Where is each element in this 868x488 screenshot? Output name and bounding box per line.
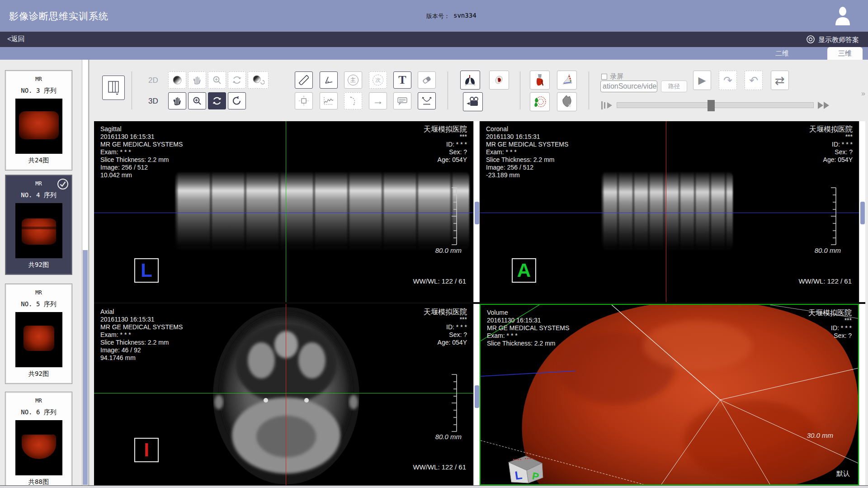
video-path-input[interactable]: ationSource/video — [600, 81, 657, 92]
secondary-roi-tool-button[interactable]: 次 — [369, 71, 387, 89]
series-card-5[interactable]: MR NO. 5 序列 共92图 — [5, 284, 72, 384]
vessel-4d-preset-button[interactable] — [530, 92, 550, 111]
slice-scrollbar-thumb[interactable] — [475, 385, 479, 408]
window-level-2d-button[interactable] — [168, 71, 186, 89]
pan-3d-button[interactable] — [168, 92, 186, 109]
render-preset-label[interactable]: 默认 — [836, 469, 850, 478]
series-name: NO. 6 序列 — [5, 404, 72, 417]
check-circle-icon — [57, 178, 69, 192]
series-name: NO. 5 序列 — [5, 296, 72, 308]
ruler-tool-button[interactable] — [295, 71, 313, 89]
reset-3d-button[interactable] — [228, 92, 246, 109]
sidebar-scrollbar[interactable] — [82, 60, 88, 485]
viewport-sagittal[interactable]: Sagittal 20161130 16:15:31 MR GE MEDICAL… — [94, 121, 473, 302]
series-card-6[interactable]: MR NO. 6 序列 共88图 — [5, 392, 72, 488]
curve-tool-button[interactable] — [344, 92, 362, 109]
toolbar-divider — [448, 71, 448, 109]
play-button[interactable]: ▶ — [693, 71, 711, 90]
orientation-cube[interactable]: L P — [502, 454, 552, 484]
slice-scrollbar-thumb[interactable] — [475, 202, 479, 224]
orientation-letter: L — [134, 258, 159, 283]
eye-icon — [806, 35, 815, 45]
heart-preset-button[interactable] — [489, 71, 509, 90]
orientation-letter: A — [512, 258, 536, 283]
back-button[interactable]: <返回 — [7, 35, 25, 43]
toolbar-more-chevron-icon[interactable]: » — [861, 90, 865, 98]
series-count: 共92图 — [5, 260, 72, 275]
spectrum-curve-button[interactable] — [418, 92, 436, 109]
axial-image — [211, 306, 362, 485]
version-label: 版本号： — [426, 12, 450, 20]
series-thumbnail — [15, 420, 62, 475]
slice-scrollbar-top[interactable] — [473, 121, 480, 302]
crosshair-vertical-red[interactable] — [286, 304, 286, 485]
nav-bar: <返回 显示教师答案 — [0, 32, 868, 47]
bottom-horizontal-scrollbar[interactable] — [0, 485, 868, 488]
eraser-tool-button[interactable] — [418, 71, 436, 89]
record-checkbox[interactable] — [601, 74, 607, 80]
slider-track[interactable] — [617, 102, 814, 108]
crosshair-horizontal-blue[interactable] — [480, 213, 859, 213]
zoom-3d-button[interactable] — [188, 92, 206, 109]
heart-3d-preset-button[interactable]: D — [557, 92, 577, 111]
show-teacher-answer-button[interactable]: 显示教师答案 — [806, 35, 859, 45]
overlay-top-right: 天堰模拟医院 *** ID: * * * Sex: ? Age: 054Y — [424, 308, 467, 346]
knee-preset-button[interactable] — [530, 71, 550, 90]
arrow-annotation-button[interactable]: → — [369, 92, 387, 109]
crosshair-horizontal-green[interactable] — [94, 393, 473, 393]
slow-step-icon[interactable] — [600, 99, 616, 111]
primary-roi-tool-button[interactable]: 主 — [344, 71, 362, 89]
sagittal-image — [175, 172, 469, 250]
overlay-top-right: 天堰模拟医院 *** ID: * * * Sex: ? Age: 054Y — [809, 125, 853, 164]
toolbar-divider — [520, 71, 520, 109]
lung-preset-button[interactable] — [460, 71, 480, 90]
path-button[interactable]: 路径 — [661, 81, 687, 92]
coronal-image — [602, 172, 733, 250]
record-screen-option[interactable]: 录屏 — [601, 72, 623, 81]
foot-preset-button[interactable] — [557, 71, 577, 90]
fast-forward-icon[interactable] — [816, 99, 833, 111]
rock-rotate-left-button[interactable]: ↶ — [745, 71, 763, 90]
pan-2d-button[interactable] — [188, 71, 206, 89]
angle-tool-button[interactable] — [320, 71, 338, 89]
viewport-coronal[interactable]: Coronal 20161130 16:15:31 MR GE MEDICAL … — [480, 121, 859, 302]
rotate-3d-button-active[interactable] — [208, 92, 226, 109]
tab-2d[interactable]: 二维 — [764, 47, 800, 60]
slice-scrollbar-right-bottom[interactable] — [859, 304, 865, 485]
scale-ruler — [449, 374, 459, 432]
series-card-4-selected[interactable]: MR NO. 4 序列 共92图 — [5, 175, 72, 275]
viewport-axial[interactable]: Axial 20161130 16:15:31 MR GE MEDICAL SY… — [94, 304, 473, 485]
wwwl-readout: WW/WL: 122 / 61 — [413, 463, 466, 471]
tab-3d[interactable]: 三维 — [827, 47, 863, 60]
series-modality: MR — [5, 392, 72, 404]
layout-button[interactable] — [102, 76, 125, 100]
histogram-tool-button[interactable] — [320, 92, 338, 109]
crosshair-vertical-green[interactable] — [286, 121, 286, 302]
slice-scrollbar-thumb[interactable] — [860, 202, 865, 224]
window-level-reset-2d-button[interactable] — [248, 71, 269, 89]
app-title: 影像诊断思维实训系统 — [9, 10, 108, 23]
overlay-top-right: 天堰模拟医院 *** ID: * * * Sex: ? — [808, 309, 852, 340]
slice-scrollbar-bottom[interactable] — [473, 304, 480, 485]
comment-annotation-button[interactable] — [393, 92, 411, 109]
series-card-3[interactable]: MR NO. 3 序列 共24图 — [5, 70, 72, 171]
sidebar-scrollbar-thumb[interactable] — [83, 250, 88, 485]
rock-rotate-right-button[interactable]: ↷ — [719, 71, 737, 90]
scale-value: 30.0 mm — [807, 431, 833, 439]
cine-speed-slider — [600, 99, 833, 111]
user-avatar-icon[interactable] — [835, 6, 851, 27]
video-export-button[interactable] — [463, 92, 483, 111]
viewport-volume-selected[interactable]: Volume 20161130 16:15:31 MR GE MEDICAL S… — [480, 304, 859, 485]
text-annotation-button[interactable]: T — [393, 71, 411, 89]
slider-thumb[interactable] — [708, 100, 715, 111]
rotate-2d-button[interactable] — [228, 71, 246, 89]
crosshair-roi-button[interactable] — [295, 92, 313, 109]
swap-direction-button[interactable]: ⇄ — [771, 71, 789, 90]
scale-value: 80.0 mm — [815, 246, 841, 254]
crosshair-horizontal-blue[interactable] — [94, 213, 473, 213]
slice-scrollbar-right-top[interactable] — [859, 121, 865, 302]
overlay-top-left: Sagittal 20161130 16:15:31 MR GE MEDICAL… — [100, 125, 183, 179]
series-thumbnail — [15, 99, 62, 154]
zoom-2d-button[interactable] — [208, 71, 226, 89]
crosshair-vertical-red[interactable] — [666, 121, 666, 302]
